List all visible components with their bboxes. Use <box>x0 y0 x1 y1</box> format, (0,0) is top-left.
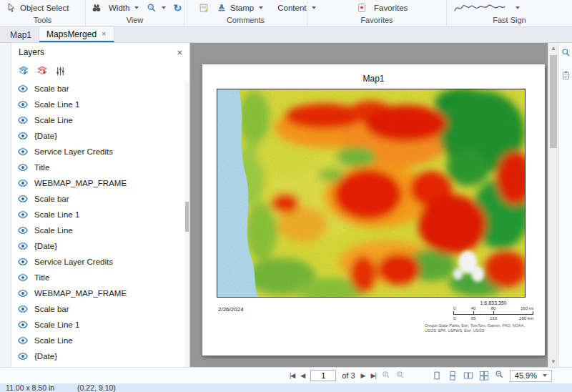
ribbon-group-fast-sign: Fast Sign <box>447 0 572 26</box>
layers-panel: Layers × Scale barScale Line 1Scale Line… <box>11 43 190 367</box>
object-select-button[interactable]: Object Select <box>6 3 69 14</box>
scrollbar-thumb[interactable] <box>550 55 557 148</box>
layer-row[interactable]: {Date} <box>11 238 189 254</box>
layer-visibility-eye-icon[interactable] <box>18 147 28 157</box>
layer-row[interactable]: Title <box>11 160 189 175</box>
layer-row[interactable]: Scale bar <box>11 191 189 207</box>
clipboard-panel-icon[interactable] <box>561 71 571 82</box>
layer-visibility-eye-icon[interactable] <box>18 351 28 361</box>
layer-row[interactable]: Scale bar <box>11 301 189 317</box>
layer-options-sliders-icon[interactable] <box>54 65 66 77</box>
layer-row[interactable]: Scale Line 1 <box>11 317 189 333</box>
close-icon[interactable]: × <box>177 47 182 58</box>
layer-row[interactable]: Scale Line <box>11 333 189 348</box>
chevron-down-icon[interactable] <box>516 6 520 9</box>
zoom-level-dropdown[interactable]: 45.9% <box>510 370 552 382</box>
width-dropdown[interactable]: Width <box>109 4 139 12</box>
scale-tick-label: 130 <box>490 316 497 320</box>
layer-visibility-eye-icon[interactable] <box>18 257 28 267</box>
layer-visibility-eye-icon[interactable] <box>18 304 28 314</box>
left-panel-rail <box>0 43 11 367</box>
document-canvas[interactable]: Map1 <box>190 43 548 367</box>
previous-view-icon[interactable] <box>382 371 390 381</box>
import-layers-icon[interactable] <box>17 65 29 77</box>
zoom-out-icon[interactable] <box>495 370 504 381</box>
layer-label: WEBMAP_MAP_FRAME <box>34 179 127 187</box>
next-page-button[interactable]: ▶ <box>361 372 365 379</box>
refresh-icon[interactable]: ↻ <box>173 3 182 14</box>
last-page-button[interactable]: ▶| <box>370 372 375 379</box>
note-comment-icon[interactable] <box>199 3 209 14</box>
layer-row[interactable]: WEBMAP_MAP_FRAME <box>11 175 189 191</box>
scroll-up-icon[interactable]: ▲ <box>548 45 558 52</box>
map-image <box>217 89 525 297</box>
zoom-tool-dropdown[interactable] <box>146 3 166 14</box>
layer-label: Scale Line <box>34 336 73 345</box>
scale-tick-label: 40 <box>471 306 476 310</box>
favorites-document-icon[interactable] <box>356 3 367 14</box>
chevron-down-icon <box>162 6 166 9</box>
layer-visibility-eye-icon[interactable] <box>18 115 28 125</box>
facing-view-icon[interactable] <box>463 371 473 381</box>
layer-visibility-eye-icon[interactable] <box>18 225 28 235</box>
single-page-view-icon[interactable] <box>432 371 442 381</box>
scroll-down-icon[interactable]: ▼ <box>548 358 558 365</box>
layers-panel-header: Layers × <box>11 43 189 62</box>
layer-visibility-eye-icon[interactable] <box>18 194 28 204</box>
layer-row[interactable]: Scale bar <box>11 81 189 97</box>
facing-continuous-view-icon[interactable] <box>479 371 489 381</box>
signature-scribble-icon[interactable] <box>453 2 507 14</box>
first-page-button[interactable]: |◀ <box>290 372 295 379</box>
layer-label: Scale Line <box>34 116 73 124</box>
tab-close-icon[interactable]: × <box>102 30 106 38</box>
map-date: 2/26/2024 <box>218 306 244 313</box>
tab-map1[interactable]: Map1 <box>3 27 39 42</box>
layer-visibility-eye-icon[interactable] <box>18 320 28 330</box>
layer-visibility-eye-icon[interactable] <box>18 210 28 220</box>
vertical-scrollbar[interactable]: ▲ ▼ <box>548 43 558 367</box>
layer-row[interactable]: Service Layer Credits <box>11 144 189 160</box>
layer-label: WEBMAP_MAP_FRAME <box>34 289 127 298</box>
stamp-label: Stamp <box>230 4 254 12</box>
search-panel-icon[interactable] <box>561 48 571 59</box>
favorites-button[interactable]: Favorites <box>374 4 408 12</box>
scale-bar-block: 1:6,833,350 04080160 mi 065130260 km <box>453 300 533 321</box>
previous-page-button[interactable]: ◀ <box>300 372 305 379</box>
layer-row[interactable]: Scale Line <box>11 112 189 128</box>
binoculars-search-icon[interactable] <box>92 3 102 14</box>
layer-visibility-eye-icon[interactable] <box>18 84 28 94</box>
page-count-label: of 3 <box>342 371 355 380</box>
layer-visibility-eye-icon[interactable] <box>18 131 28 141</box>
layer-row[interactable]: Scale Line 1 <box>11 207 189 222</box>
tab-mapsmerged[interactable]: MapsMerged × <box>39 27 114 42</box>
status-bar: 11.00 x 8.50 in (0.22, 9.10) <box>0 383 572 392</box>
layer-visibility-eye-icon[interactable] <box>18 241 28 251</box>
layers-panel-scrollbar[interactable] <box>184 82 189 367</box>
layer-row[interactable]: Title <box>11 270 189 285</box>
layer-row[interactable]: {Date} <box>11 128 189 144</box>
pdf-page[interactable]: Map1 <box>202 64 545 356</box>
layer-visibility-eye-icon[interactable] <box>18 273 28 283</box>
next-view-icon[interactable] <box>396 371 405 381</box>
ribbon-group-label-favorites: Favorites <box>307 16 446 26</box>
layer-visibility-eye-icon[interactable] <box>18 335 28 346</box>
ribbon-group-label-comments: Comments <box>184 16 307 26</box>
layer-visibility-eye-icon[interactable] <box>18 99 28 109</box>
layer-row[interactable]: Scale Line 1 <box>11 97 189 112</box>
layer-row[interactable]: {Date} <box>11 348 189 364</box>
scale-bar-line <box>453 311 533 315</box>
layer-visibility-eye-icon[interactable] <box>18 288 28 298</box>
layers-panel-scrollbar-thumb[interactable] <box>185 202 189 232</box>
layer-visibility-eye-icon[interactable] <box>18 162 28 172</box>
layer-row[interactable]: Scale Line <box>11 222 189 238</box>
layer-visibility-eye-icon[interactable] <box>18 178 28 188</box>
layer-row[interactable]: WEBMAP_MAP_FRAME <box>11 285 189 301</box>
layer-label: Scale Line 1 <box>34 100 79 109</box>
layer-row[interactable]: Service Layer Credits <box>11 254 189 270</box>
stamp-dropdown[interactable]: Stamp <box>216 3 263 14</box>
page-number-input[interactable] <box>310 370 336 381</box>
export-layers-icon[interactable] <box>36 65 48 77</box>
map-title: Map1 <box>202 74 545 84</box>
layer-label: Service Layer Credits <box>34 147 113 156</box>
continuous-view-icon[interactable] <box>448 371 458 381</box>
